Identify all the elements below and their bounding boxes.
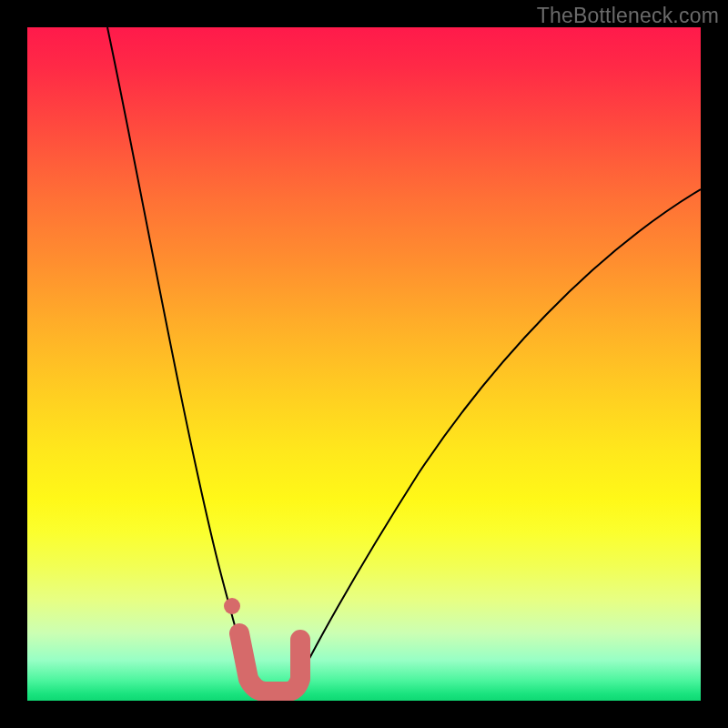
plot-area [27, 27, 701, 701]
highlight-u-shape [239, 633, 300, 692]
highlight-dot [224, 598, 240, 614]
right-curve [290, 189, 701, 697]
watermark-text: TheBottleneck.com [537, 4, 719, 28]
chart-canvas: TheBottleneck.com [0, 0, 728, 728]
curve-layer [27, 27, 701, 701]
left-curve [107, 27, 255, 697]
